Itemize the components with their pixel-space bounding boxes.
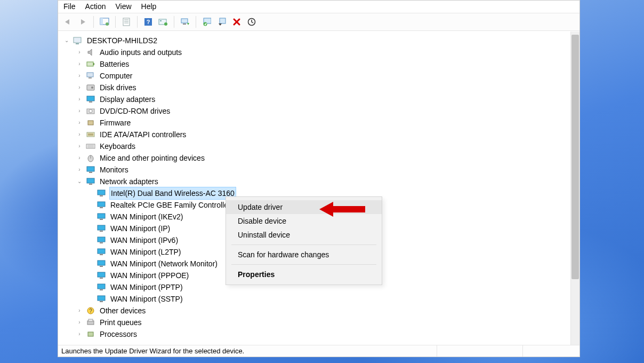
caret-right-icon[interactable]: › (76, 93, 83, 105)
help-button[interactable]: ? (142, 15, 155, 28)
uninstall-device-button[interactable] (230, 15, 243, 28)
svg-rect-59 (98, 284, 105, 289)
menu-help[interactable]: Help (141, 2, 157, 11)
caret-right-icon[interactable]: › (76, 317, 83, 328)
net-item-label: WAN Miniport (IP) (109, 223, 171, 234)
refresh-icon[interactable] (245, 15, 258, 28)
cat-label: Display adapters (99, 93, 156, 105)
caret-right-icon[interactable]: › (76, 70, 83, 82)
svg-rect-58 (100, 278, 103, 279)
nav-forward-button[interactable] (76, 15, 89, 28)
svg-rect-60 (100, 289, 103, 290)
cat-label: Computer (99, 70, 133, 82)
device-tree[interactable]: ⌄ DESKTOP-MHILDS2 › Audio inputs and out… (58, 31, 570, 345)
svg-rect-42 (89, 184, 92, 185)
cat-other[interactable]: › ? Other devices (61, 305, 570, 317)
caret-right-icon[interactable]: › (76, 328, 83, 340)
show-hide-console-tree-button[interactable] (98, 15, 111, 28)
svg-rect-26 (87, 96, 94, 101)
caret-right-icon[interactable]: › (76, 140, 83, 152)
network-adapter-icon (96, 282, 106, 292)
caret-down-icon[interactable]: ⌄ (63, 35, 70, 46)
svg-rect-16 (220, 18, 226, 23)
controller-icon (86, 130, 95, 139)
toolbar-separator (93, 16, 94, 28)
svg-point-25 (91, 86, 93, 89)
cat-dvd[interactable]: › DVD/CD-ROM drives (61, 105, 570, 117)
svg-point-2 (106, 22, 109, 26)
scrollbar-thumb[interactable] (571, 35, 579, 279)
cat-ide[interactable]: › IDE ATA/ATAPI controllers (61, 129, 570, 140)
disk-icon (86, 83, 95, 92)
svg-rect-48 (100, 219, 103, 220)
net-item[interactable]: WAN Miniport (SSTP) (61, 293, 570, 305)
status-separator (437, 345, 437, 357)
svg-rect-39 (87, 167, 94, 171)
update-driver-button[interactable] (179, 15, 191, 28)
net-item-label: Intel(R) Dual Band Wireless-AC 3160 (109, 187, 236, 200)
ctx-update-driver[interactable]: Update driver (226, 200, 382, 214)
properties-button[interactable] (120, 15, 133, 28)
svg-rect-54 (100, 254, 103, 255)
menu-view[interactable]: View (115, 2, 131, 11)
caret-right-icon[interactable]: › (76, 82, 83, 93)
enable-device-button[interactable] (200, 15, 213, 28)
tree-root[interactable]: ⌄ DESKTOP-MHILDS2 (61, 35, 570, 46)
cat-batteries[interactable]: › Batteries (61, 58, 570, 70)
caret-right-icon[interactable]: › (76, 105, 83, 117)
cat-network[interactable]: ⌄ Network adapters (61, 176, 570, 187)
ctx-disable-device[interactable]: Disable device (226, 214, 382, 228)
svg-text:?: ? (89, 308, 92, 314)
toolbar-separator (137, 16, 138, 28)
svg-rect-50 (100, 231, 103, 232)
caret-right-icon[interactable]: › (76, 152, 83, 164)
svg-point-11 (164, 22, 167, 26)
nav-back-button[interactable] (61, 15, 74, 28)
caret-right-icon[interactable]: › (76, 305, 83, 317)
keyboard-icon (86, 141, 95, 151)
cat-firmware[interactable]: › Firmware (61, 117, 570, 129)
svg-rect-46 (100, 207, 103, 208)
caret-down-icon[interactable]: ⌄ (76, 176, 83, 187)
menu-action[interactable]: Action (85, 2, 106, 11)
cat-mice[interactable]: › Mice and other pointing devices (61, 152, 570, 164)
menu-file[interactable]: File (63, 2, 76, 11)
caret-right-icon[interactable]: › (76, 117, 83, 129)
cpu-icon (86, 329, 95, 339)
net-item-label: WAN Miniport (PPTP) (109, 281, 184, 293)
status-separator (522, 345, 523, 357)
computer-icon (73, 36, 83, 45)
cat-monitors[interactable]: › Monitors (61, 164, 570, 176)
caret-right-icon[interactable]: › (76, 46, 83, 58)
vertical-scrollbar[interactable] (570, 31, 579, 345)
svg-rect-32 (88, 133, 93, 136)
svg-rect-12 (181, 19, 188, 23)
cat-computer[interactable]: › Computer (61, 70, 570, 82)
svg-rect-45 (98, 202, 105, 207)
monitor-icon (86, 94, 95, 104)
network-adapter-icon (96, 188, 106, 198)
cat-display[interactable]: › Display adapters (61, 93, 570, 105)
mouse-icon (86, 153, 95, 163)
context-menu: Update driver Disable device Uninstall d… (226, 196, 382, 285)
ctx-scan-hardware[interactable]: Scan for hardware changes (226, 248, 382, 262)
caret-right-icon[interactable]: › (76, 164, 83, 176)
device-manager-window: File Action View Help ? (58, 0, 580, 357)
disable-device-button[interactable] (215, 15, 228, 28)
cat-keyboards[interactable]: › Keyboards (61, 140, 570, 152)
cat-label: Audio inputs and outputs (99, 46, 183, 58)
scan-hardware-button[interactable] (157, 15, 170, 28)
network-adapter-icon (86, 177, 95, 186)
cat-processors[interactable]: › Processors (61, 328, 570, 340)
cat-disk[interactable]: › Disk drives (61, 82, 570, 93)
cat-printq[interactable]: › Print queues (61, 317, 570, 328)
ctx-divider (231, 244, 376, 245)
ctx-uninstall-device[interactable]: Uninstall device (226, 228, 382, 242)
caret-right-icon[interactable]: › (76, 58, 83, 70)
caret-right-icon[interactable]: › (76, 129, 83, 140)
svg-rect-40 (89, 172, 92, 173)
status-text: Launches the Update Driver Wizard for th… (61, 347, 437, 355)
cat-audio[interactable]: › Audio inputs and outputs (61, 46, 570, 58)
disc-icon (86, 106, 95, 116)
ctx-properties[interactable]: Properties (226, 267, 382, 281)
